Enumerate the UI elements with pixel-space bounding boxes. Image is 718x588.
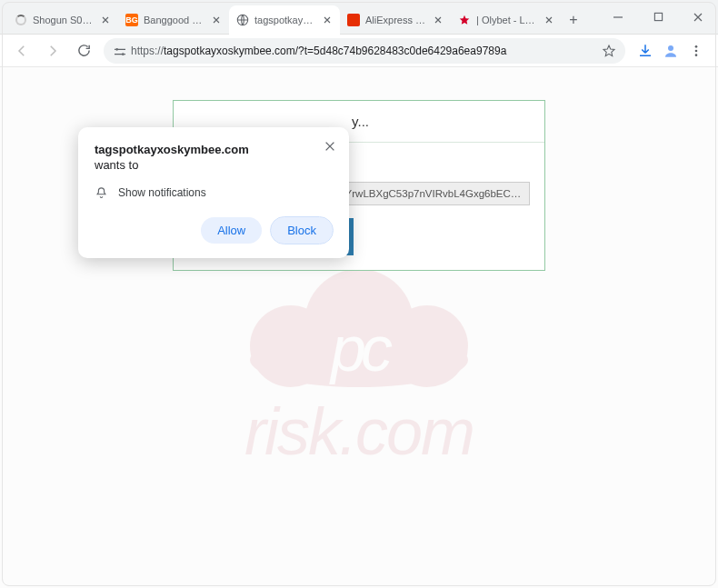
tab-label: | Olybet - Lažybos	[476, 15, 538, 25]
omnibox[interactable]: https://tagspotkayxoskymbee.com/?t=5d48c…	[104, 38, 625, 64]
spinner-icon	[15, 14, 27, 26]
downloads-button[interactable]	[634, 40, 656, 62]
svg-rect-1	[654, 13, 662, 20]
tab-3-active[interactable]: tagspotkayxoskym	[229, 5, 340, 35]
tab-1[interactable]: Shogun S01E01.mj	[7, 5, 118, 35]
back-button[interactable]	[11, 40, 33, 62]
svg-point-3	[122, 53, 125, 55]
close-window-button[interactable]	[678, 4, 718, 31]
banggood-icon: BG	[125, 14, 138, 26]
close-icon[interactable]	[100, 15, 111, 25]
menu-button[interactable]	[685, 40, 707, 62]
forward-button[interactable]	[42, 40, 64, 62]
new-tab-button[interactable]: +	[562, 8, 585, 32]
close-icon[interactable]	[324, 140, 336, 153]
reload-button[interactable]	[73, 40, 95, 62]
tab-label: Shogun S01E01.mj	[33, 15, 95, 25]
tab-4[interactable]: AliExpress - Online	[340, 5, 451, 35]
close-icon[interactable]	[211, 15, 222, 25]
page-viewport: pc risk.com XXXXXXXXXXXXXXXXXXy... Lorem…	[0, 67, 718, 588]
allow-button[interactable]: Allow	[201, 217, 262, 244]
close-icon[interactable]	[543, 15, 554, 25]
url-text: https://tagspotkayxoskymbee.com/?t=5d48c…	[131, 45, 596, 57]
globe-icon	[236, 14, 249, 26]
permission-row: Show notifications	[95, 186, 333, 199]
svg-point-2	[115, 48, 118, 51]
tab-2[interactable]: BG Banggood Русски	[118, 5, 229, 35]
tab-label: tagspotkayxoskym	[254, 15, 316, 25]
watermark-text: risk.com	[244, 394, 474, 469]
permission-label: Show notifications	[118, 186, 206, 199]
bell-icon	[95, 186, 107, 199]
url-protocol: https://	[131, 45, 164, 57]
notification-wants-to: wants to	[95, 158, 333, 172]
maximize-button[interactable]	[638, 4, 678, 31]
notification-actions: Allow Block	[95, 217, 333, 244]
svg-point-4	[668, 45, 673, 51]
close-icon[interactable]	[433, 15, 444, 25]
site-settings-icon[interactable]	[113, 45, 125, 57]
close-icon[interactable]	[322, 15, 333, 25]
browser-titlebar: Shogun S01E01.mj BG Banggood Русски tags…	[0, 0, 718, 35]
star-icon	[458, 14, 471, 26]
address-bar: https://tagspotkayxoskymbee.com/?t=5d48c…	[0, 35, 718, 67]
notification-permission-popup: tagspotkayxoskymbee.com wants to Show no…	[78, 127, 349, 258]
tab-5[interactable]: | Olybet - Lažybos	[451, 5, 562, 35]
url-rest: tagspotkayxoskymbee.com/?t=5d48c74b96284…	[164, 45, 506, 57]
cloud-icon: pc	[250, 260, 468, 387]
tab-label: AliExpress - Online	[365, 15, 427, 25]
window-controls	[598, 4, 718, 31]
toolbar-right	[634, 40, 707, 62]
aliexpress-icon	[347, 14, 360, 26]
minimize-button[interactable]	[598, 4, 638, 31]
profile-button[interactable]	[660, 40, 682, 62]
block-button[interactable]: Block	[271, 217, 333, 244]
bookmark-star-icon[interactable]	[602, 44, 616, 58]
svg-point-5	[695, 45, 698, 48]
tab-strip: Shogun S01E01.mj BG Banggood Русски tags…	[7, 5, 598, 35]
notification-domain: tagspotkayxoskymbee.com	[95, 142, 333, 158]
tab-label: Banggood Русски	[144, 15, 205, 25]
svg-point-6	[695, 49, 698, 52]
watermark-prefix: pc	[250, 313, 468, 385]
svg-point-7	[695, 54, 698, 56]
